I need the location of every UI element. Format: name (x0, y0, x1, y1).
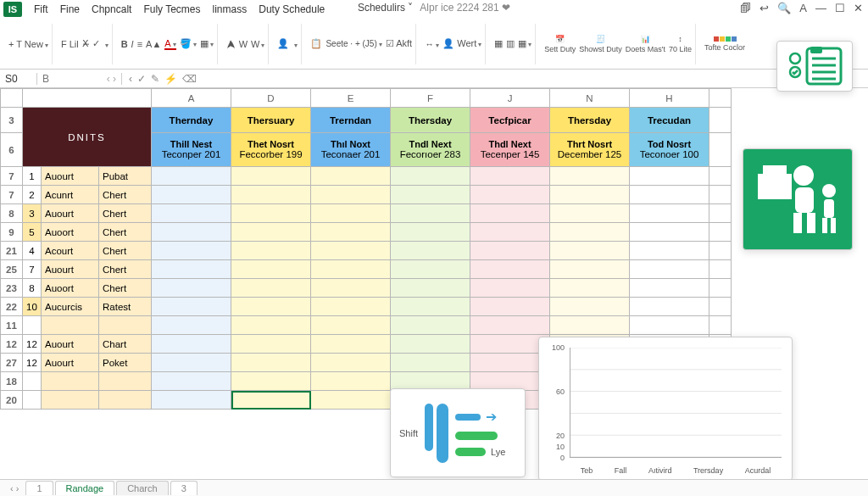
cell[interactable] (311, 260, 391, 279)
tbl1-icon[interactable]: ▦ (494, 38, 503, 49)
cell[interactable] (152, 223, 231, 242)
align-top-icon[interactable]: ⮝ (226, 39, 236, 49)
row-role[interactable]: Chert (99, 186, 152, 204)
table-row[interactable]: 83AuourtChert (1, 204, 732, 223)
doets-button[interactable]: 📊Doets Mas't (626, 35, 665, 53)
cell[interactable] (470, 279, 550, 298)
col-N[interactable]: N (550, 89, 630, 108)
cell[interactable] (231, 335, 311, 354)
table-row[interactable]: 214AcourtChert (1, 242, 732, 260)
row-hdr[interactable]: 25 (1, 260, 23, 279)
row-num[interactable]: 8 (23, 279, 42, 298)
cell[interactable] (391, 279, 470, 298)
cell[interactable] (311, 354, 391, 372)
table-row[interactable]: 72AcunrtChert (1, 186, 732, 204)
cell[interactable] (630, 316, 709, 335)
row-hdr[interactable]: 18 (1, 372, 23, 391)
row-name[interactable]: Auourt (42, 335, 99, 354)
cell[interactable] (311, 186, 391, 204)
cell[interactable] (152, 260, 231, 279)
sett-duty-button[interactable]: 📅Sett Duty (544, 35, 576, 53)
row-num[interactable]: 4 (23, 242, 42, 260)
row-num[interactable] (23, 316, 42, 335)
tab-nav[interactable]: ‹ › (5, 483, 24, 493)
close-icon[interactable]: ✕ (854, 2, 863, 14)
cell[interactable] (391, 335, 470, 354)
cell[interactable] (152, 242, 231, 260)
cell[interactable] (470, 186, 550, 204)
row-hdr[interactable]: 7 (1, 167, 23, 186)
merge-icon[interactable]: W (251, 39, 264, 49)
row-name[interactable]: Acunrt (42, 186, 99, 204)
row-role[interactable]: Chert (99, 223, 152, 242)
cell[interactable] (311, 335, 391, 354)
font-size[interactable] (103, 39, 108, 49)
row-hdr[interactable]: 22 (1, 298, 23, 316)
tbl-dd[interactable]: ▦ (518, 38, 531, 49)
cell[interactable] (550, 298, 630, 316)
cell[interactable] (152, 298, 231, 316)
row-hdr[interactable]: 8 (1, 204, 23, 223)
person-dd[interactable] (292, 39, 298, 49)
row-role[interactable]: Pubat (99, 167, 152, 186)
menu-duty-schedule[interactable]: Duty Schedule (259, 3, 325, 15)
check-icon[interactable]: ✓ (92, 38, 100, 49)
cell[interactable] (231, 354, 311, 372)
fx-pencil-icon[interactable]: ✎ (151, 73, 159, 85)
cell[interactable] (311, 167, 391, 186)
cell[interactable] (152, 186, 231, 204)
row-num[interactable]: 10 (23, 298, 42, 316)
row-num[interactable]: 12 (23, 354, 42, 372)
row-hdr[interactable]: 20 (1, 391, 23, 410)
column-header-row[interactable]: A D E F J N H (1, 89, 732, 108)
cell[interactable] (231, 391, 311, 410)
menu-chpncalt[interactable]: Chpncalt (92, 3, 131, 15)
row-num[interactable] (23, 391, 42, 410)
cell[interactable] (630, 186, 709, 204)
cell[interactable] (470, 167, 550, 186)
row-role[interactable]: Chert (99, 279, 152, 298)
cell[interactable] (152, 354, 231, 372)
cell[interactable] (311, 298, 391, 316)
row-role[interactable] (99, 372, 152, 391)
cell[interactable] (470, 223, 550, 242)
cell[interactable] (231, 242, 311, 260)
pictogram-card[interactable] (743, 148, 853, 250)
row-name[interactable]: Auourt (42, 167, 99, 186)
checklist-card[interactable] (776, 41, 853, 92)
menu-fuly[interactable]: Fuly Tecmes (143, 3, 200, 15)
row-hdr[interactable]: 23 (1, 279, 23, 298)
row-hdr[interactable]: 6 (1, 133, 23, 167)
table-row[interactable]: 71AuourtPubat (1, 167, 732, 186)
tab-randage[interactable]: Randage (55, 481, 115, 495)
cell[interactable] (231, 316, 311, 335)
row-hdr[interactable]: 3 (1, 108, 23, 133)
row-hdr[interactable]: 9 (1, 223, 23, 242)
wrap-icon[interactable]: W (239, 39, 248, 49)
row-hdr[interactable]: 11 (1, 316, 23, 335)
cell[interactable] (311, 242, 391, 260)
table-row[interactable]: 95AuoortChert (1, 223, 732, 242)
table-row[interactable]: 238AuoortChert (1, 279, 732, 298)
tbl2-icon[interactable]: ▥ (506, 38, 515, 49)
cell[interactable] (550, 316, 630, 335)
cell[interactable] (630, 223, 709, 242)
row-num[interactable]: 5 (23, 223, 42, 242)
shift-legend-card[interactable]: Shift ➔ Lye (390, 388, 526, 477)
cell[interactable] (231, 204, 311, 223)
row-num[interactable] (23, 372, 42, 391)
row-role[interactable]: Chert (99, 204, 152, 223)
cell[interactable] (550, 260, 630, 279)
wert-dd[interactable]: 👤 Wert (442, 38, 481, 49)
cell[interactable] (550, 167, 630, 186)
col-J[interactable]: J (470, 89, 550, 108)
cell[interactable] (470, 242, 550, 260)
cell[interactable] (231, 186, 311, 204)
col-D[interactable]: D (231, 89, 311, 108)
row-num[interactable]: 3 (23, 204, 42, 223)
cell[interactable] (391, 223, 470, 242)
cell[interactable] (311, 372, 391, 391)
row-role[interactable]: Ratest (99, 298, 152, 316)
menu-linmass[interactable]: linmass (213, 3, 248, 15)
table-row[interactable]: 257AuourtChert (1, 260, 732, 279)
